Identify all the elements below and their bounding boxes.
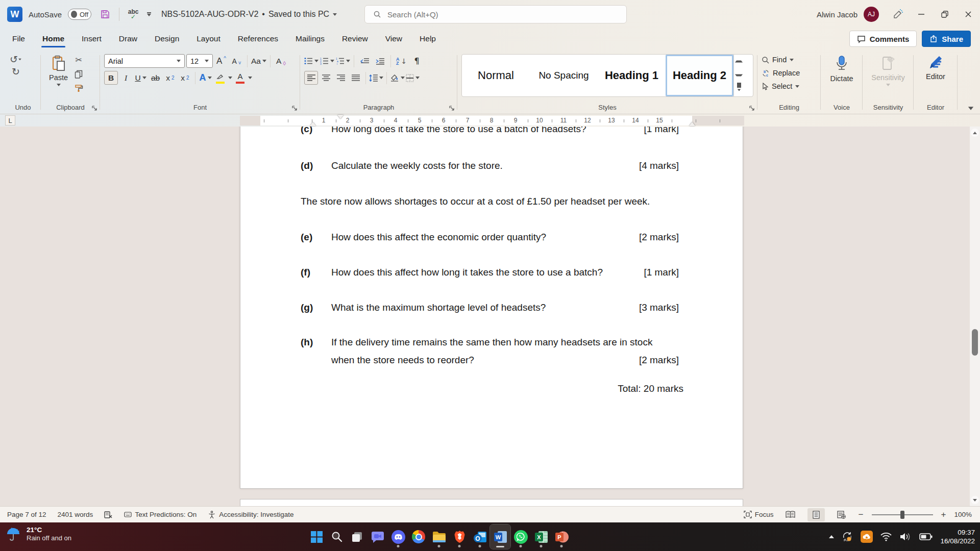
whatsapp-app-button[interactable] [510, 524, 531, 549]
editor-button[interactable]: Editor [918, 53, 953, 83]
shrink-font-button[interactable]: A˅ [230, 54, 243, 68]
cut-button[interactable]: ✂ [72, 54, 85, 66]
tab-file[interactable]: File [11, 32, 26, 45]
sync-icon[interactable] [842, 531, 853, 542]
proofing-errors-icon[interactable] [104, 511, 113, 519]
wifi-icon[interactable] [880, 532, 892, 541]
format-painter-button[interactable] [72, 82, 85, 94]
read-mode-button[interactable] [782, 508, 799, 521]
page-indicator[interactable]: Page 7 of 12 [7, 511, 46, 518]
search-input[interactable] [387, 10, 602, 19]
paste-button[interactable]: Paste [45, 53, 72, 94]
styles-scroll-up[interactable] [734, 55, 744, 68]
scroll-up-arrow[interactable] [971, 129, 979, 137]
share-button[interactable]: Share [922, 31, 971, 47]
chat-app-button[interactable] [368, 524, 388, 549]
brave-app-button[interactable] [449, 524, 470, 549]
redo-button[interactable]: ↻ [9, 65, 22, 78]
font-family-combo[interactable]: Arial [104, 54, 185, 68]
underline-button[interactable]: U [134, 71, 148, 85]
close-button[interactable] [957, 4, 980, 25]
comments-button[interactable]: Comments [849, 31, 917, 47]
line-spacing-button[interactable] [369, 71, 383, 85]
strikethrough-button[interactable]: ab [149, 71, 162, 85]
decrease-indent-button[interactable] [358, 54, 372, 68]
outlook-app-button[interactable]: O [470, 524, 490, 549]
style-heading-1[interactable]: Heading 1 [598, 55, 666, 96]
styles-more-button[interactable] [734, 83, 744, 96]
zoom-in-button[interactable]: + [941, 510, 946, 520]
zoom-slider[interactable] [872, 514, 933, 515]
styles-dialog-launcher[interactable] [749, 105, 755, 111]
select-button[interactable]: Select [762, 80, 817, 93]
highlight-dropdown[interactable] [228, 77, 232, 79]
word-count[interactable]: 2401 words [58, 511, 93, 518]
minimize-button[interactable] [910, 4, 933, 25]
highlight-color-button[interactable] [213, 71, 227, 85]
undo-button[interactable]: ↺ [9, 53, 22, 65]
change-case-button[interactable]: Aa [251, 54, 266, 68]
tray-overflow-button[interactable] [829, 535, 834, 538]
style-no-spacing[interactable]: No Spacing [530, 55, 598, 96]
copy-button[interactable] [72, 68, 85, 80]
powerpoint-app-button[interactable]: P [551, 524, 572, 549]
align-left-button[interactable] [304, 71, 318, 85]
speaker-icon[interactable] [899, 532, 912, 541]
tab-review[interactable]: Review [341, 32, 369, 45]
font-dialog-launcher[interactable] [291, 105, 298, 111]
chrome-app-button[interactable] [408, 524, 429, 549]
word-logo-icon[interactable]: W [7, 7, 22, 22]
borders-button[interactable] [406, 71, 420, 85]
tab-view[interactable]: View [384, 32, 403, 45]
focus-mode-button[interactable]: Focus [744, 511, 774, 518]
user-name[interactable]: Alwin Jacob [817, 10, 857, 19]
autosave-toggle[interactable]: Off [68, 9, 91, 20]
file-explorer-button[interactable] [429, 524, 449, 549]
tab-mailings[interactable]: Mailings [295, 32, 326, 45]
battery-icon[interactable] [919, 533, 933, 540]
bullets-button[interactable] [304, 54, 318, 68]
scrollbar-thumb[interactable] [972, 329, 978, 356]
taskbar-search-button[interactable] [327, 524, 347, 549]
save-button[interactable] [97, 7, 113, 22]
vertical-scrollbar[interactable] [970, 127, 980, 506]
shading-button[interactable] [390, 71, 405, 85]
quick-access-customize-button[interactable] [147, 12, 151, 16]
paragraph-dialog-launcher[interactable] [449, 105, 455, 111]
style-heading-2[interactable]: Heading 2 [666, 55, 733, 96]
clipboard-dialog-launcher[interactable] [91, 105, 97, 111]
font-color-dropdown[interactable] [248, 77, 252, 79]
show-hide-marks-button[interactable]: ¶ [410, 54, 424, 68]
align-right-button[interactable] [334, 71, 348, 85]
megaphone-icon[interactable] [886, 4, 910, 25]
scroll-down-arrow[interactable] [971, 496, 979, 504]
start-button[interactable] [306, 524, 327, 549]
horizontal-ruler[interactable]: 123456789101112131415 [240, 116, 744, 126]
hanging-indent-marker[interactable] [310, 122, 316, 126]
excel-app-button[interactable]: X [531, 524, 551, 549]
grow-font-button[interactable]: A^ [214, 54, 228, 68]
text-effects-button[interactable]: A [199, 71, 212, 85]
tab-draw[interactable]: Draw [118, 32, 138, 45]
style-normal[interactable]: Normal [462, 55, 530, 96]
tab-layout[interactable]: Layout [195, 32, 222, 45]
right-indent-marker[interactable] [689, 122, 695, 126]
find-button[interactable]: Find [762, 53, 817, 66]
tab-help[interactable]: Help [419, 32, 437, 45]
font-size-combo[interactable]: 12 [186, 54, 213, 68]
zoom-slider-thumb[interactable] [900, 511, 904, 519]
word-app-button[interactable]: W [490, 524, 510, 549]
tab-insert[interactable]: Insert [81, 32, 103, 45]
web-layout-button[interactable] [833, 508, 850, 521]
subscript-button[interactable]: x2 [163, 71, 177, 85]
first-line-indent-marker[interactable] [337, 115, 344, 119]
font-color-button[interactable]: A [233, 71, 247, 85]
align-center-button[interactable] [319, 71, 333, 85]
tab-stop-selector[interactable]: L [5, 115, 15, 126]
zoom-out-button[interactable]: − [859, 510, 864, 520]
justify-button[interactable] [349, 71, 362, 85]
increase-indent-button[interactable] [373, 54, 387, 68]
discord-app-button[interactable] [388, 524, 408, 549]
bold-button[interactable]: B [104, 71, 118, 85]
italic-button[interactable]: I [119, 71, 133, 85]
